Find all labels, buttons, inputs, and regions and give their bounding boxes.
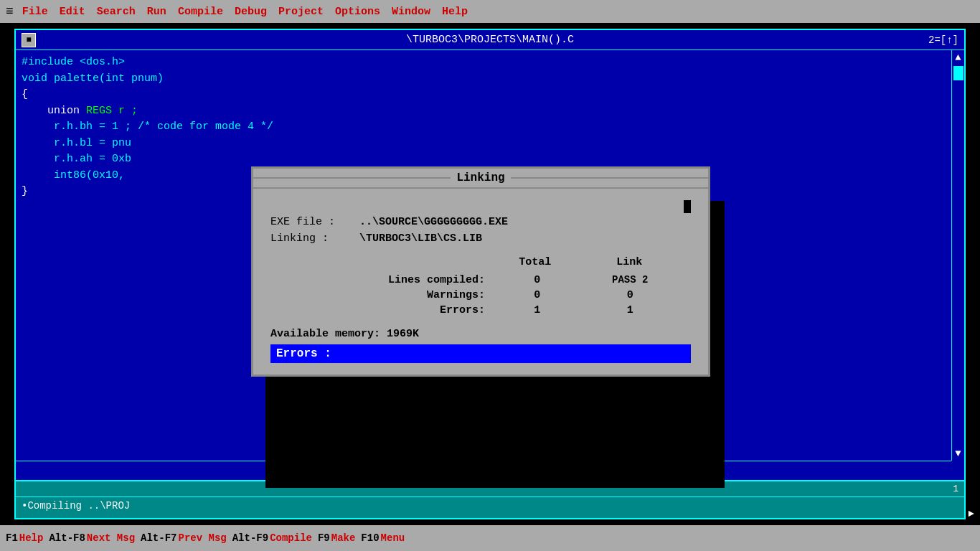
linking-dialog-title: Linking: [456, 171, 504, 184]
menu-compile[interactable]: Compile: [172, 3, 229, 21]
lines-compiled-row: Lines compiled: 0 PASS 2: [299, 274, 677, 286]
errors-highlight-row[interactable]: Errors :: [270, 344, 691, 363]
fkey-f10-label: Menu: [381, 532, 405, 544]
fkeybar: F1 Help Alt-F8 Next Msg Alt-F7 Prev Msg …: [0, 525, 980, 551]
editor-close-button[interactable]: ■: [22, 33, 36, 47]
output-text: •Compiling ..\PROJ: [22, 500, 130, 512]
scroll-down-arrow[interactable]: ▼: [953, 446, 962, 461]
avail-mem-value: 1969K: [387, 328, 419, 340]
warnings-row: Warnings: 0 0: [299, 289, 677, 301]
linking-dialog-titlebar: Linking: [253, 169, 708, 189]
errors-row-label: Errors: [276, 347, 318, 360]
code-line-4a: union: [47, 105, 86, 117]
warnings-label: Warnings:: [299, 289, 491, 301]
errors-link: 1: [584, 304, 677, 316]
menu-icon[interactable]: ≡: [3, 4, 17, 19]
exe-file-label: EXE file :: [270, 216, 357, 228]
stats-table: Total Link Lines compiled: 0 PASS 2 Warn…: [299, 256, 677, 316]
fkey-f1[interactable]: F1: [6, 532, 18, 544]
linking-dialog-content: EXE file : ..\SOURCE\GGGGGGGGG.EXE Linki…: [253, 189, 708, 375]
code-line-7: r.h.ah = 0xb: [47, 153, 131, 165]
editor-scrollbar[interactable]: ▲ ▼: [951, 50, 964, 461]
menu-file[interactable]: File: [17, 3, 54, 21]
output-number: 1: [953, 484, 958, 494]
code-line-4b: REGS r ;: [86, 105, 138, 117]
linking-label: Linking :: [270, 232, 357, 245]
scroll-bottom-right-arrow[interactable]: ►: [969, 508, 974, 519]
code-line-1: #include <dos.h>: [22, 56, 125, 68]
fkey-altf8[interactable]: Alt-F8: [49, 532, 85, 544]
fkey-f10[interactable]: F10: [361, 532, 379, 544]
fkey-f9-label: Make: [331, 532, 356, 544]
warnings-link: 0: [584, 289, 677, 301]
menu-run[interactable]: Run: [141, 3, 172, 21]
exe-file-value: ..\SOURCE\GGGGGGGGG.EXE: [359, 216, 508, 228]
fkey-f9[interactable]: F9: [318, 532, 330, 544]
linking-row: Linking : \TURBOC3\LIB\CS.LIB: [270, 232, 691, 245]
linking-dialog: Linking EXE file : ..\SOURCE\GGGGGGGGG.E…: [251, 166, 710, 377]
exe-file-row: EXE file : ..\SOURCE\GGGGGGGGG.EXE: [270, 216, 691, 228]
code-line-5: r.h.bh = 1 ; /* code for mode 4 */: [47, 121, 273, 133]
menu-window[interactable]: Window: [386, 3, 436, 21]
editor-title: \TURBOC3\PROJECTS\MAIN().C: [406, 34, 574, 46]
output-content: •Compiling ..\PROJ: [16, 497, 964, 514]
main-area: ■ \TURBOC3\PROJECTS\MAIN().C 2=[↑] #incl…: [0, 23, 980, 525]
editor-number: 2=[↑]: [928, 34, 958, 46]
menu-project[interactable]: Project: [273, 3, 329, 21]
linking-value: \TURBOC3\LIB\CS.LIB: [359, 232, 482, 245]
code-line-9: }: [22, 185, 28, 197]
progress-cursor: [684, 200, 691, 213]
editor-titlebar: ■ \TURBOC3\PROJECTS\MAIN().C 2=[↑]: [16, 30, 964, 50]
warnings-total: 0: [491, 289, 584, 301]
menu-search[interactable]: Search: [91, 3, 141, 21]
menubar: ≡ File Edit Search Run Compile Debug Pro…: [0, 0, 980, 23]
fkey-altf7-label: Prev Msg: [178, 532, 226, 544]
fkey-altf8-label: Next Msg: [87, 532, 135, 544]
errors-label: Errors:: [299, 304, 491, 316]
lines-compiled-label: Lines compiled:: [299, 274, 491, 286]
avail-mem-label: Available memory:: [270, 328, 380, 340]
fkey-altf9[interactable]: Alt-F9: [232, 532, 268, 544]
menu-options[interactable]: Options: [329, 3, 386, 21]
code-line-8: int86(0x10,: [47, 169, 125, 182]
code-line-3: {: [22, 88, 28, 100]
menu-edit[interactable]: Edit: [54, 3, 91, 21]
lines-compiled-total: 0: [491, 274, 584, 286]
errors-row-colon-sym: :: [324, 347, 331, 360]
stats-header: Total Link: [299, 256, 677, 268]
code-line-6: r.h.bl = pnu: [47, 137, 131, 149]
col-total-label: Total: [488, 256, 583, 268]
menu-debug[interactable]: Debug: [229, 3, 273, 21]
errors-row: Errors: 1 1: [299, 304, 677, 316]
fkey-altf7[interactable]: Alt-F7: [141, 532, 176, 544]
errors-total: 1: [491, 304, 584, 316]
fkey-altf9-label: Compile: [270, 532, 312, 544]
lines-compiled-link: PASS 2: [584, 274, 677, 286]
menu-help[interactable]: Help: [436, 3, 473, 21]
code-line-2: void palette(int pnum): [22, 72, 164, 85]
scroll-up-arrow[interactable]: ▲: [953, 50, 962, 65]
fkey-f1-label: Help: [19, 532, 44, 544]
available-memory: Available memory: 1969K: [270, 328, 691, 340]
scroll-thumb[interactable]: [953, 66, 963, 80]
col-link-label: Link: [583, 256, 677, 268]
